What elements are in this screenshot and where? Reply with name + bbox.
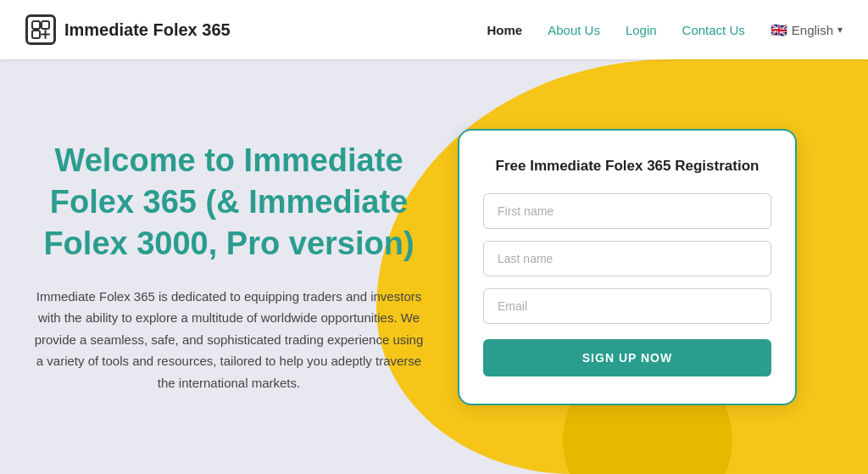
email-input[interactable] bbox=[483, 288, 771, 324]
logo-text: Immediate Folex 365 bbox=[64, 20, 231, 40]
svg-rect-2 bbox=[32, 31, 40, 38]
nav-login[interactable]: Login bbox=[626, 23, 657, 37]
first-name-input[interactable] bbox=[483, 193, 771, 229]
nav-language[interactable]: 🇬🇧 English ▾ bbox=[771, 22, 843, 38]
chevron-down-icon: ▾ bbox=[837, 24, 843, 36]
flag-icon: 🇬🇧 bbox=[771, 22, 787, 38]
signup-button[interactable]: SIGN UP NOW bbox=[483, 339, 771, 376]
svg-rect-1 bbox=[42, 21, 49, 29]
language-label: English bbox=[792, 23, 833, 37]
last-name-input[interactable] bbox=[483, 241, 771, 276]
hero-title: Welcome to Immediate Folex 365 (& Immedi… bbox=[34, 140, 424, 265]
hero-description: Immediate Folex 365 is dedicated to equi… bbox=[34, 286, 424, 394]
hero-section: Welcome to Immediate Folex 365 (& Immedi… bbox=[34, 140, 458, 394]
nav: Home About Us Login Contact Us 🇬🇧 Englis… bbox=[487, 22, 843, 38]
logo: Immediate Folex 365 bbox=[25, 14, 231, 45]
header: Immediate Folex 365 Home About Us Login … bbox=[0, 0, 868, 59]
main-content: Welcome to Immediate Folex 365 (& Immedi… bbox=[0, 59, 868, 474]
svg-rect-0 bbox=[32, 21, 40, 29]
nav-home[interactable]: Home bbox=[487, 23, 523, 37]
nav-contact[interactable]: Contact Us bbox=[682, 23, 745, 37]
registration-card: Free Immediate Folex 365 Registration SI… bbox=[458, 129, 797, 405]
nav-about[interactable]: About Us bbox=[548, 23, 600, 37]
logo-icon bbox=[25, 14, 56, 45]
reg-title: Free Immediate Folex 365 Registration bbox=[483, 158, 771, 175]
